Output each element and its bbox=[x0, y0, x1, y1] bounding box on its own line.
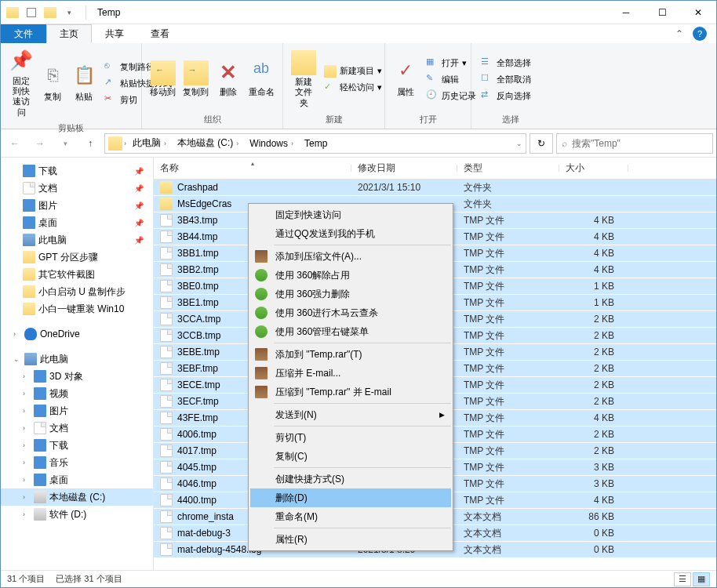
chevron-right-icon[interactable]: › bbox=[23, 493, 31, 501]
maximize-button[interactable]: ☐ bbox=[644, 1, 680, 24]
breadcrumb-dropdown-icon[interactable]: ⌄ bbox=[516, 140, 522, 147]
sidebar-item[interactable]: 小白一键重装 Win10 bbox=[1, 300, 153, 318]
tab-view[interactable]: 查看 bbox=[137, 24, 183, 43]
invert-selection-button[interactable]: ⇄反向选择 bbox=[478, 88, 534, 103]
col-date[interactable]: 修改日期 bbox=[351, 162, 457, 175]
copy-button[interactable]: ⎘复制 bbox=[38, 46, 67, 121]
nav-recent-dropdown[interactable]: ▾ bbox=[54, 132, 76, 154]
breadcrumb-seg[interactable]: 本地磁盘 (C:)› bbox=[173, 136, 243, 150]
sidebar-item[interactable]: 图片📌 bbox=[1, 197, 153, 214]
sidebar-item-onedrive[interactable]: ›OneDrive bbox=[1, 325, 153, 343]
chevron-down-icon[interactable]: ⌄ bbox=[13, 355, 21, 363]
sidebar-item[interactable]: ›视频 bbox=[1, 385, 153, 402]
context-menu-item[interactable]: 压缩并 E-mail... bbox=[250, 364, 451, 383]
sidebar-item[interactable]: 其它软件截图 bbox=[1, 266, 153, 283]
sidebar-item[interactable]: ›桌面 bbox=[1, 471, 153, 488]
context-menu-item[interactable]: 剪切(T) bbox=[250, 428, 451, 447]
select-none-button[interactable]: ☐全部取消 bbox=[478, 71, 534, 87]
new-item-button[interactable]: 新建项目 ▾ bbox=[321, 64, 385, 79]
sidebar-item[interactable]: ›音乐 bbox=[1, 454, 153, 471]
pin-quick-access-button[interactable]: 📌固定到快速访问 bbox=[7, 46, 35, 121]
breadcrumb-seg[interactable]: Windows› bbox=[245, 138, 298, 149]
nav-forward-button[interactable]: → bbox=[29, 132, 51, 154]
qat-properties-icon[interactable] bbox=[23, 4, 40, 21]
sidebar-item[interactable]: 文档📌 bbox=[1, 180, 153, 197]
copy-to-button[interactable]: →复制到 bbox=[181, 46, 211, 112]
breadcrumb-seg[interactable]: 此电脑› bbox=[128, 136, 171, 150]
sidebar-item[interactable]: ›本地磁盘 (C:) bbox=[1, 488, 153, 506]
chevron-right-icon[interactable]: › bbox=[23, 476, 31, 484]
tab-file[interactable]: 文件 bbox=[1, 24, 46, 43]
file-type: TMP 文件 bbox=[457, 329, 559, 343]
context-menu-item[interactable]: 压缩到 "Temp.rar" 并 E-mail bbox=[250, 383, 451, 401]
context-menu-item[interactable]: 删除(D) bbox=[250, 488, 451, 507]
context-menu-item[interactable]: 添加到 "Temp.rar"(T) bbox=[250, 345, 451, 364]
breadcrumb[interactable]: › 此电脑› 本地磁盘 (C:)› Windows› Temp ⌄ bbox=[104, 133, 526, 154]
sidebar-item[interactable]: GPT 分区步骤 bbox=[1, 249, 153, 266]
context-menu-item[interactable]: 使用 360管理右键菜单 bbox=[250, 322, 451, 341]
sidebar-item[interactable]: 此电脑📌 bbox=[1, 231, 153, 249]
sidebar-item[interactable]: 下载📌 bbox=[1, 162, 153, 180]
col-name[interactable]: 名称▴ bbox=[154, 162, 351, 175]
refresh-button[interactable]: ↻ bbox=[530, 133, 553, 154]
rename-button[interactable]: ab重命名 bbox=[246, 46, 276, 112]
qat-dropdown-icon[interactable]: ▾ bbox=[60, 4, 78, 21]
search-input[interactable] bbox=[572, 138, 708, 149]
tab-share[interactable]: 共享 bbox=[92, 24, 137, 43]
delete-button[interactable]: ✕删除 bbox=[214, 46, 244, 112]
chevron-right-icon[interactable]: › bbox=[13, 330, 21, 338]
context-menu-item[interactable]: 通过QQ发送到我的手机 bbox=[250, 224, 451, 243]
context-menu-item[interactable]: 使用 360解除占用 bbox=[250, 266, 451, 285]
file-type: TMP 文件 bbox=[457, 379, 559, 392]
sidebar-item[interactable]: ›软件 (D:) bbox=[1, 506, 153, 523]
properties-button[interactable]: ✓属性 bbox=[391, 46, 420, 112]
context-menu-item[interactable]: 添加到压缩文件(A)... bbox=[250, 247, 451, 266]
details-view-button[interactable]: ☰ bbox=[674, 572, 691, 586]
breadcrumb-seg[interactable]: Temp bbox=[300, 138, 332, 149]
chevron-right-icon[interactable]: › bbox=[124, 140, 126, 147]
move-to-button[interactable]: ←移动到 bbox=[148, 46, 178, 112]
file-row[interactable]: Crashpad 2021/3/1 15:10 文件夹 bbox=[154, 180, 716, 196]
col-size[interactable]: 大小 bbox=[559, 162, 628, 175]
search-box[interactable]: ⌕ bbox=[556, 133, 713, 154]
nav-up-button[interactable]: ↑ bbox=[79, 132, 101, 154]
chevron-right-icon[interactable]: › bbox=[23, 372, 31, 380]
chevron-right-icon[interactable]: › bbox=[23, 407, 31, 415]
chevron-right-icon[interactable]: › bbox=[23, 510, 31, 518]
context-menu-item[interactable]: 固定到快速访问 bbox=[250, 205, 451, 224]
col-type[interactable]: 类型 bbox=[457, 162, 559, 175]
file-date: 2021/3/1 15:10 bbox=[351, 182, 457, 193]
file-icon bbox=[160, 214, 173, 227]
paste-button[interactable]: 📋粘贴 bbox=[70, 46, 98, 121]
nav-back-button[interactable]: ← bbox=[4, 132, 26, 154]
sidebar-item[interactable]: 小白启动 U 盘制作步 bbox=[1, 283, 153, 300]
sidebar-item-thispc[interactable]: ⌄此电脑 bbox=[1, 350, 153, 368]
context-menu-item[interactable]: 使用 360进行木马云查杀 bbox=[250, 303, 451, 322]
thumbnails-view-button[interactable]: ▦ bbox=[693, 572, 710, 586]
qat-newfolder-icon[interactable] bbox=[42, 4, 59, 21]
new-folder-button[interactable]: 新建文件夹 bbox=[289, 46, 318, 112]
context-menu-item[interactable]: 创建快捷方式(S) bbox=[250, 470, 451, 488]
chevron-right-icon[interactable]: › bbox=[23, 390, 31, 397]
sidebar-item[interactable]: ›3D 对象 bbox=[1, 368, 153, 385]
help-icon[interactable]: ? bbox=[693, 27, 707, 41]
sidebar-item[interactable]: 桌面📌 bbox=[1, 214, 153, 231]
easy-access-button[interactable]: ✓轻松访问 ▾ bbox=[321, 80, 385, 96]
collapse-ribbon-icon[interactable]: ⌃ bbox=[675, 28, 683, 39]
close-button[interactable]: ✕ bbox=[680, 1, 716, 24]
sidebar-item[interactable]: ›图片 bbox=[1, 402, 153, 419]
context-menu-item[interactable]: 使用 360强力删除 bbox=[250, 285, 451, 303]
context-menu-item[interactable]: 重命名(M) bbox=[250, 507, 451, 526]
context-menu-item[interactable]: 属性(R) bbox=[250, 530, 451, 549]
minimize-button[interactable]: ─ bbox=[608, 1, 644, 24]
sidebar-item[interactable]: ›文档 bbox=[1, 419, 153, 437]
chevron-right-icon[interactable]: › bbox=[23, 424, 31, 432]
tab-home[interactable]: 主页 bbox=[46, 24, 92, 43]
chevron-right-icon[interactable]: › bbox=[23, 441, 31, 449]
context-menu-item[interactable]: 发送到(N) ▶ bbox=[250, 405, 451, 424]
group-select-label: 选择 bbox=[478, 112, 544, 125]
context-menu-item[interactable]: 复制(C) bbox=[250, 447, 451, 466]
select-all-button[interactable]: ☰全部选择 bbox=[478, 55, 534, 71]
chevron-right-icon[interactable]: › bbox=[23, 459, 31, 466]
sidebar-item[interactable]: ›下载 bbox=[1, 437, 153, 454]
